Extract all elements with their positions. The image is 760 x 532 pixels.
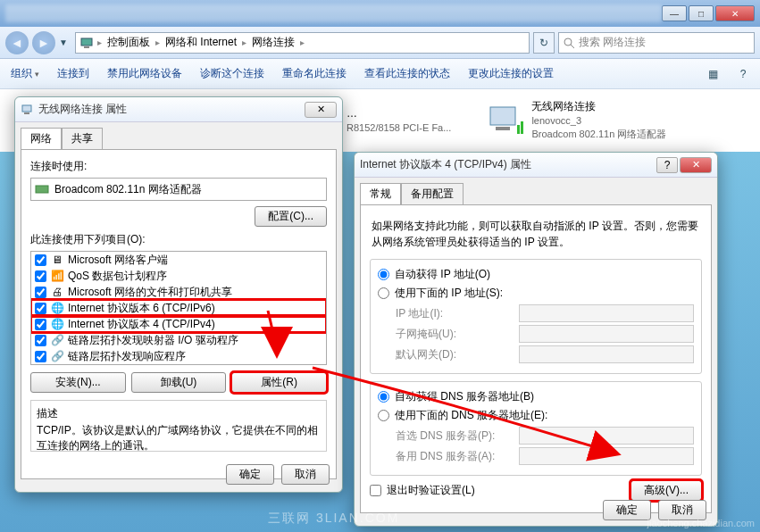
item-checkbox[interactable] [35, 270, 46, 282]
desc-body: TCP/IP。该协议是默认的广域网络协议，它提供在不同的相互连接的网络上的通讯。 [37, 423, 321, 453]
forward-button[interactable]: ► [32, 31, 55, 54]
list-item: 📶QoS 数据包计划程序 [31, 268, 326, 284]
breadcrumb-item[interactable]: 网络连接 [250, 35, 296, 50]
cancel-button[interactable]: 取消 [281, 464, 330, 485]
protocol-icon: 🌐 [50, 301, 64, 315]
adapter-properties-dialog: 无线网络连接 属性 ✕ 网络 共享 连接时使用: Broadcom 802.11… [14, 96, 343, 493]
help-icon[interactable]: ? [733, 64, 753, 84]
ip-label: IP 地址(I): [396, 306, 512, 321]
ok-button[interactable]: 确定 [226, 464, 274, 485]
advanced-button[interactable]: 高级(V)... [631, 480, 702, 501]
pref-dns-input [519, 427, 694, 445]
wifi-icon [487, 102, 524, 139]
description-box: 描述 TCP/IP。该协议是默认的广域网络协议，它提供在不同的相互连接的网络上的… [30, 400, 327, 452]
tab-alternate[interactable]: 备用配置 [401, 183, 464, 204]
tb-diagnose[interactable]: 诊断这个连接 [196, 64, 268, 83]
manual-ip-radio[interactable] [378, 287, 389, 299]
adapter-box: Broadcom 802.11n 网络适配器 [30, 178, 327, 201]
maximize-button[interactable]: □ [689, 5, 714, 21]
refresh-button[interactable]: ↻ [533, 32, 555, 54]
search-input[interactable]: 搜索 网络连接 [558, 32, 755, 54]
qos-icon: 📶 [50, 269, 64, 283]
share-icon: 🖨 [50, 285, 64, 299]
tb-organize[interactable]: 组织 [7, 64, 43, 83]
item-checkbox[interactable] [35, 335, 46, 346]
svg-rect-7 [521, 121, 523, 134]
item-checkbox[interactable] [35, 303, 46, 314]
items-listbox[interactable]: 🖥Microsoft 网络客户端 📶QoS 数据包计划程序 🖨Microsoft… [30, 251, 327, 365]
tb-status[interactable]: 查看此连接的状态 [361, 64, 454, 83]
connect-using-label: 连接时使用: [30, 159, 327, 174]
item-checkbox[interactable] [35, 319, 46, 330]
tab-network[interactable]: 网络 [21, 128, 62, 149]
manual-dns-radio[interactable] [378, 410, 389, 421]
configure-button[interactable]: 配置(C)... [255, 206, 327, 227]
svg-line-3 [571, 45, 574, 48]
intro-text: 如果网络支持此功能，则可以获取自动指派的 IP 设置。否则，您需要从网络系统管理… [370, 214, 702, 259]
tb-disable[interactable]: 禁用此网络设备 [104, 64, 186, 83]
subnet-input [519, 325, 694, 343]
search-icon [563, 37, 575, 49]
computer-icon [79, 36, 94, 50]
dialog-close-button[interactable]: ✕ [680, 157, 712, 173]
auto-dns-radio[interactable] [378, 391, 389, 403]
list-item: 🌐Internet 协议版本 6 (TCP/IPv6) [31, 300, 326, 316]
properties-button[interactable]: 属性(R) [231, 372, 327, 393]
breadcrumb-item[interactable]: 网络和 Internet [163, 35, 238, 50]
dns-radio-group: 自动获得 DNS 服务器地址(B) 使用下面的 DNS 服务器地址(E): 首选… [370, 381, 702, 476]
subnet-label: 子网掩码(U): [396, 327, 512, 342]
breadcrumb-item[interactable]: 控制面板 [105, 35, 152, 50]
list-item: 🔗链路层拓扑发现响应程序 [31, 348, 326, 364]
history-dropdown[interactable]: ▼ [59, 37, 71, 47]
protocol-icon: 🌐 [50, 317, 64, 331]
adapter-sub: lenovocc_3 [531, 114, 666, 128]
gateway-label: 默认网关(D): [396, 347, 512, 362]
lltd-icon: 🔗 [50, 333, 64, 347]
svg-point-2 [564, 38, 572, 46]
tab-share[interactable]: 共享 [62, 128, 103, 149]
nic-icon [35, 182, 49, 196]
breadcrumb[interactable]: ▸ 控制面板 ▸ 网络和 Internet ▸ 网络连接 ▸ [75, 32, 530, 54]
svg-rect-8 [22, 105, 31, 112]
item-checkbox[interactable] [35, 254, 46, 266]
tabstrip: 网络 共享 [15, 122, 342, 149]
install-button[interactable]: 安装(N)... [30, 372, 126, 393]
tabstrip: 常规 备用配置 [355, 178, 717, 204]
client-icon: 🖥 [50, 253, 64, 267]
adapter-wlan[interactable]: 无线网络连接 lenovocc_3 Broadcom 802.11n 网络适配器 [487, 96, 666, 145]
adapter-name: … [347, 106, 451, 121]
nav-bar: ◄ ► ▼ ▸ 控制面板 ▸ 网络和 Internet ▸ 网络连接 ▸ ↻ 搜… [0, 27, 760, 59]
exit-validate-checkbox[interactable] [370, 485, 381, 496]
back-button[interactable]: ◄ [5, 31, 29, 54]
ok-button[interactable]: 确定 [603, 500, 651, 520]
adapter-lan[interactable]: … R8152/8158 PCI-E Fa... [347, 96, 451, 145]
dialog-titlebar: Internet 协议版本 4 (TCP/IPv4) 属性 ? ✕ [355, 153, 717, 178]
tab-general[interactable]: 常规 [360, 183, 401, 204]
title-blur [5, 4, 662, 22]
adapter-name: 无线网络连接 [531, 99, 666, 114]
tb-rename[interactable]: 重命名此连接 [279, 64, 350, 83]
desc-header: 描述 [37, 406, 321, 421]
tb-connect[interactable]: 连接到 [54, 64, 93, 83]
tb-change[interactable]: 更改此连接的设置 [464, 64, 557, 83]
tab-panel: 连接时使用: Broadcom 802.11n 网络适配器 配置(C)... 此… [21, 149, 337, 479]
minimize-button[interactable]: — [662, 5, 687, 21]
list-item: 🖥Microsoft 网络客户端 [31, 252, 326, 268]
ip-input [519, 304, 694, 322]
list-item: 🖨Microsoft 网络的文件和打印机共享 [31, 284, 326, 300]
svg-rect-5 [496, 127, 510, 130]
adapter-sub: R8152/8158 PCI-E Fa... [347, 121, 451, 135]
adapter-sub: Broadcom 802.11n 网络适配器 [531, 128, 666, 141]
help-button[interactable]: ? [656, 157, 678, 173]
dialog-close-button[interactable]: ✕ [305, 102, 337, 118]
toolbar: 组织 连接到 禁用此网络设备 诊断这个连接 重命名此连接 查看此连接的状态 更改… [0, 59, 760, 89]
dialog-title: Internet 协议版本 4 (TCP/IPv4) 属性 [360, 157, 656, 172]
close-button[interactable]: ✕ [715, 5, 755, 21]
adapter-name-text: Broadcom 802.11n 网络适配器 [54, 182, 202, 197]
item-checkbox[interactable] [35, 351, 46, 362]
uninstall-button[interactable]: 卸载(U) [131, 372, 227, 393]
view-icon[interactable]: ▦ [703, 64, 722, 84]
list-item-ipv4: 🌐Internet 协议版本 4 (TCP/IPv4) [31, 316, 326, 332]
auto-ip-radio[interactable] [378, 269, 389, 280]
item-checkbox[interactable] [35, 287, 46, 298]
